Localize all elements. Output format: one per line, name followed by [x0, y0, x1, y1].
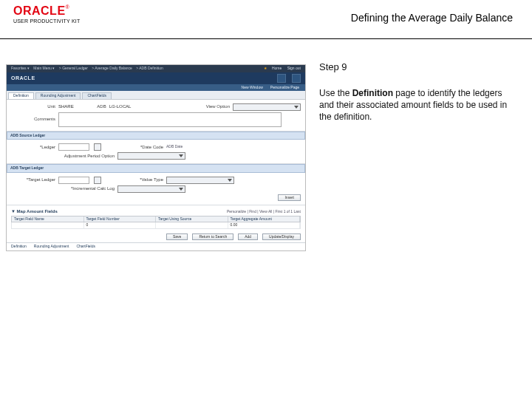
app-screenshot: Favorites ▾ Main Menu ▾ > General Ledger… [6, 64, 306, 251]
step-description: Use the Definition page to identify the … [319, 87, 519, 123]
update-button[interactable]: Update/Display [262, 233, 301, 241]
signout-link[interactable]: Sign out [287, 66, 301, 70]
col-target-aggregate: Target Aggregate Amount [228, 216, 301, 222]
grid-pos: 1 of 1 [284, 209, 293, 214]
bottom-tab-definition[interactable]: Definition [11, 245, 27, 249]
step-label: Step 9 [319, 61, 519, 72]
nav-icon[interactable] [292, 74, 301, 83]
unit-label: Unit [11, 104, 55, 109]
src-ledger-field[interactable] [58, 143, 89, 151]
source-ledger-band: ADB Source Ledger [7, 132, 305, 140]
unit-value: SHARE [58, 104, 74, 109]
grid-first[interactable]: First [276, 209, 283, 214]
incr-calc-select[interactable] [117, 185, 185, 193]
insert-button[interactable]: Insert [278, 194, 301, 202]
save-button[interactable]: Save [166, 233, 188, 241]
grid-header: Target Field Name Target Field Number Ta… [11, 216, 301, 223]
comments-field[interactable] [58, 112, 282, 127]
personalize-link[interactable]: Personalize Page [270, 86, 299, 90]
logo-subtitle: USER PRODUCTIVITY KIT [13, 18, 80, 24]
app-topbar: Favorites ▾ Main Menu ▾ > General Ledger… [7, 65, 305, 72]
view-option-select[interactable] [233, 103, 301, 111]
grid-personalize[interactable]: Personalize [227, 209, 246, 214]
crumb-item[interactable]: > ADB Definition [136, 66, 163, 70]
brand-logo: ORACLE® USER PRODUCTIVITY KIT [13, 4, 80, 24]
lookup-icon[interactable] [94, 177, 101, 184]
logo-text: ORACLE [13, 4, 66, 17]
value-type-select[interactable] [166, 177, 234, 184]
page-title: Defining the Average Daily Balance [351, 12, 513, 24]
date-code-label: *Date Code [104, 145, 163, 150]
grid-find[interactable]: Find [249, 209, 256, 214]
crumb-item[interactable]: Main Menu ▾ [33, 66, 55, 70]
crumb-item[interactable]: > Average Daily Balance [92, 66, 132, 70]
flag-icon[interactable] [277, 74, 286, 83]
incr-calc-label: *Incremental Calc Log [11, 186, 115, 191]
grid-viewall[interactable]: View All [259, 209, 272, 214]
value-type-label: *Value Type [104, 177, 163, 183]
date-code-value: ADB Date [166, 145, 183, 149]
lookup-icon[interactable] [94, 143, 101, 151]
crumb-item[interactable]: Favorites ▾ [11, 66, 30, 70]
home-link[interactable]: Home [272, 66, 282, 70]
bottom-tab-chartfields[interactable]: ChartFields [76, 245, 95, 249]
tab-definition[interactable]: Definition [8, 92, 34, 99]
target-ledger-band: ADB Target Ledger [7, 164, 305, 173]
src-ledger-label: *Ledger [11, 145, 55, 150]
tab-rounding[interactable]: Rounding Adjustment [35, 92, 81, 99]
tab-chartfields[interactable]: ChartFields [82, 92, 112, 99]
adb-label: ADB [77, 104, 106, 109]
grid-last[interactable]: Last [294, 209, 301, 214]
adj-period-select[interactable] [117, 152, 185, 160]
col-target-field-number: Target Field Number [84, 216, 157, 222]
col-target-field-name: Target Field Name [12, 216, 84, 222]
table-row[interactable]: 0 0.00 [11, 222, 301, 229]
app-brand: ORACLE [11, 75, 35, 81]
breadcrumb[interactable]: Favorites ▾ Main Menu ▾ > General Ledger… [11, 66, 166, 71]
col-target-using-source: Target Using Source [156, 216, 228, 222]
add-button[interactable]: Add [238, 233, 258, 241]
home-icon[interactable]: ★ [264, 66, 267, 70]
adb-value: LG-LOCAL [109, 104, 132, 109]
return-button[interactable]: Return to Search [192, 233, 233, 241]
bottom-tab-rounding[interactable]: Rounding Adjustment [34, 245, 69, 249]
new-window-link[interactable]: New Window [242, 86, 263, 90]
adj-period-label: Adjustment Period Option [11, 154, 115, 159]
view-option-label: View Option [185, 104, 230, 109]
grid-title[interactable]: ▼ Map Amount Fields [11, 209, 58, 214]
comments-label: Comments [11, 117, 55, 122]
crumb-item[interactable]: > General Ledger [59, 66, 88, 70]
tgt-ledger-field[interactable] [58, 177, 89, 184]
tgt-ledger-label: *Target Ledger [11, 177, 55, 183]
